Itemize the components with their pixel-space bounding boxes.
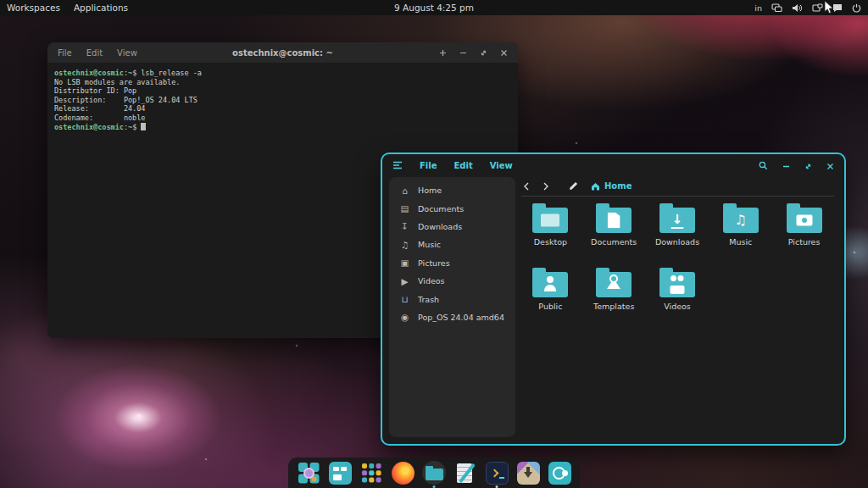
sidebar-item[interactable]: ▶ Videos — [389, 272, 515, 290]
volume-icon[interactable] — [792, 3, 803, 13]
workspaces-dock-icon[interactable] — [328, 461, 352, 485]
dock-icon-art — [548, 462, 571, 485]
dock-icon-art — [392, 462, 415, 485]
terminal-prompt-line: ostechnix@cosmic:~$ — [54, 123, 511, 132]
power-icon[interactable] — [852, 3, 861, 13]
file-item[interactable]: Downloads — [646, 199, 709, 252]
sidebar-item[interactable]: ▤ Documents — [389, 199, 515, 217]
videos-icon: ▶ — [399, 276, 410, 286]
folder-glyph — [659, 208, 695, 233]
terminal-output-line: Codename: noble — [54, 114, 511, 123]
files-menu-item[interactable]: View — [490, 161, 513, 170]
terminal-menu-item[interactable]: Edit — [86, 48, 103, 58]
files-titlebar[interactable]: FileEditView — [382, 154, 844, 176]
file-item[interactable]: Public — [519, 263, 582, 316]
dock-icon-art — [360, 462, 383, 485]
terminal-menu-item[interactable]: View — [117, 48, 137, 58]
files-menu-item[interactable]: File — [420, 161, 437, 170]
close-icon[interactable] — [826, 158, 834, 174]
maximize-icon[interactable] — [804, 158, 812, 174]
folder-glyph — [787, 208, 822, 233]
edit-path-icon[interactable] — [569, 181, 578, 191]
minimize-icon[interactable] — [459, 49, 467, 57]
applets-icon[interactable] — [812, 3, 823, 13]
folder-glyph — [723, 208, 759, 233]
terminal-output-line: Distributor ID: Pop — [54, 86, 511, 96]
dock-icon-art — [454, 462, 477, 485]
sidebar-item[interactable]: ↧ Downloads — [389, 218, 515, 236]
display-mirror-icon[interactable] — [771, 3, 782, 13]
sidebar-item[interactable]: ◉ Pop_OS 24.04 amd64 — [389, 308, 515, 326]
files-menu-item[interactable]: Edit — [453, 161, 472, 170]
running-indicator — [496, 485, 498, 488]
downloads-icon: ↧ — [399, 221, 410, 231]
files-sidebar: ⌂ Home ▤ Documents ↧ Downloads ♫ Music — [389, 177, 515, 437]
minimize-icon[interactable] — [782, 158, 790, 174]
files-toolbar: Home — [523, 177, 632, 195]
downloads-folder-icon — [659, 208, 695, 233]
templates-folder-icon — [596, 272, 632, 297]
terminal-content[interactable]: ostechnix@cosmic:~$lsb_release -a No LSB… — [47, 63, 518, 137]
toolbar-separator — [521, 196, 834, 197]
music-icon: ♫ — [399, 240, 410, 250]
files-window: FileEditView — [381, 152, 846, 446]
forward-icon[interactable] — [542, 182, 549, 191]
file-item[interactable]: Videos — [646, 263, 709, 316]
clock[interactable]: 9 August 4:25 pm — [0, 3, 868, 13]
back-icon[interactable] — [523, 182, 530, 191]
terminal-menubar: FileEditView — [58, 48, 137, 58]
launcher-dock-icon[interactable] — [297, 461, 320, 485]
sidebar-item[interactable]: ⊔ Trash — [389, 290, 515, 308]
file-item[interactable]: Desktop — [519, 199, 582, 252]
folder-glyph — [532, 208, 568, 233]
videos-folder-icon — [659, 272, 695, 297]
search-icon[interactable] — [759, 158, 768, 174]
file-item-label: Templates — [593, 302, 634, 311]
folder-glyph — [532, 272, 568, 297]
sidebar-item[interactable]: ⌂ Home — [389, 181, 515, 199]
breadcrumb-label: Home — [604, 181, 632, 191]
settings-dock-icon[interactable] — [548, 461, 571, 485]
file-item-label: Public — [538, 302, 562, 311]
menu-toggle-icon[interactable] — [392, 161, 403, 169]
files-menubar: FileEditView — [420, 161, 513, 170]
pop-os-drive-icon: ◉ — [399, 312, 410, 322]
files-dock-icon[interactable] — [422, 461, 446, 485]
app-library-dock-icon[interactable] — [359, 461, 383, 485]
text-editor-dock-icon[interactable] — [453, 461, 477, 485]
trash-icon: ⊔ — [399, 294, 410, 304]
files-window-controls — [759, 158, 834, 174]
file-item-label: Music — [729, 237, 752, 247]
file-item[interactable]: Music — [709, 199, 772, 252]
file-item[interactable]: Documents — [582, 199, 646, 252]
terminal-titlebar[interactable]: FileEditView ostechnix@cosmic: ~ — [47, 42, 518, 63]
sidebar-item[interactable]: ▣ Pictures — [389, 254, 515, 272]
pop-shop-dock-icon[interactable] — [516, 461, 540, 485]
dock — [288, 458, 580, 488]
new-tab-icon[interactable] — [439, 49, 447, 57]
dock-icon-art — [517, 462, 540, 485]
terminal-dock-icon[interactable] — [485, 461, 509, 485]
firefox-dock-icon[interactable] — [391, 461, 415, 485]
folder-glyph — [596, 272, 632, 297]
sidebar-item-label: Downloads — [418, 222, 462, 231]
breadcrumb[interactable]: Home — [591, 181, 632, 191]
home-icon — [591, 182, 600, 191]
sidebar-item-label: Home — [418, 186, 442, 195]
file-item-label: Downloads — [655, 237, 699, 247]
file-item[interactable]: Templates — [582, 263, 646, 316]
sidebar-item-label: Videos — [418, 276, 445, 286]
input-source-indicator[interactable]: in — [754, 3, 762, 13]
sidebar-item[interactable]: ♫ Music — [389, 236, 515, 253]
sidebar-item-label: Pop_OS 24.04 amd64 — [418, 313, 504, 322]
pictures-icon: ▣ — [399, 258, 410, 268]
file-item-label: Pictures — [788, 237, 821, 247]
maximize-icon[interactable] — [480, 49, 487, 57]
terminal-menu-item[interactable]: File — [58, 48, 72, 58]
close-icon[interactable] — [500, 49, 508, 57]
pictures-folder-icon — [787, 208, 822, 233]
panel-tray: in — [754, 3, 861, 13]
music-folder-icon — [723, 208, 759, 233]
running-indicator — [433, 485, 436, 488]
file-item[interactable]: Pictures — [772, 199, 836, 252]
